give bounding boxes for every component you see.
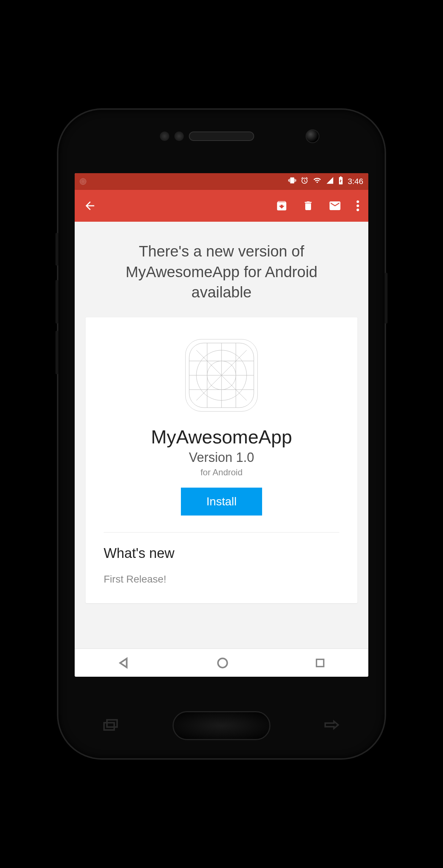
light-sensor-icon (174, 132, 184, 141)
alarm-icon (301, 176, 309, 187)
whats-new-body: First Release! (104, 573, 339, 585)
app-update-card: MyAwesomeApp Version 1.0 for Android Ins… (86, 317, 357, 603)
capacitive-recents-icon (102, 718, 120, 734)
phone-top-hardware (58, 132, 385, 141)
app-name: MyAwesomeApp (104, 426, 339, 448)
nav-recents-button[interactable] (315, 658, 326, 668)
svg-point-1 (356, 204, 359, 207)
circle-home-icon (216, 657, 229, 669)
screen: 3:46 (75, 173, 368, 677)
power-button-icon (385, 273, 388, 324)
app-version: Version 1.0 (104, 450, 339, 465)
mail-icon (328, 199, 341, 212)
earpiece-speaker-icon (189, 132, 254, 141)
status-time: 3:46 (348, 177, 363, 186)
android-nav-bar (75, 648, 368, 677)
delete-button[interactable] (302, 200, 314, 212)
app-bar (75, 190, 368, 222)
phone-bottom-hardware (58, 711, 385, 740)
nav-home-button[interactable] (216, 657, 229, 669)
archive-button[interactable] (276, 200, 288, 212)
wifi-icon (313, 176, 322, 187)
front-camera-icon (306, 129, 319, 143)
square-recents-icon (315, 658, 326, 668)
phone-frame: 3:46 (58, 110, 385, 758)
trash-icon (302, 200, 314, 212)
mark-unread-button[interactable] (328, 199, 341, 212)
triangle-back-icon (117, 656, 131, 669)
signal-icon (326, 176, 334, 187)
email-subject: There's a new version of MyAwesomeApp fo… (86, 238, 357, 317)
svg-point-14 (218, 658, 227, 668)
svg-rect-15 (316, 659, 324, 667)
app-icon-placeholder-icon (185, 339, 258, 412)
volume-buttons-icon (55, 233, 58, 374)
more-vert-icon (356, 200, 360, 212)
status-bar: 3:46 (75, 173, 368, 190)
svg-point-0 (356, 200, 359, 203)
capacitive-back-icon (321, 718, 341, 734)
email-content[interactable]: There's a new version of MyAwesomeApp fo… (75, 222, 368, 648)
nav-back-button[interactable] (117, 656, 131, 669)
notification-dot-icon (80, 178, 86, 185)
svg-point-2 (356, 209, 359, 211)
more-button[interactable] (356, 200, 360, 212)
back-button[interactable] (83, 199, 96, 212)
battery-charging-icon (338, 176, 343, 187)
arrow-back-icon (83, 199, 96, 212)
archive-icon (276, 200, 288, 212)
vibrate-icon (288, 176, 296, 187)
hardware-home-button[interactable] (173, 711, 270, 740)
app-platform: for Android (104, 467, 339, 477)
install-button[interactable]: Install (181, 488, 262, 516)
proximity-sensor-icon (160, 132, 169, 141)
whats-new-title: What's new (104, 546, 339, 561)
divider (104, 532, 339, 533)
